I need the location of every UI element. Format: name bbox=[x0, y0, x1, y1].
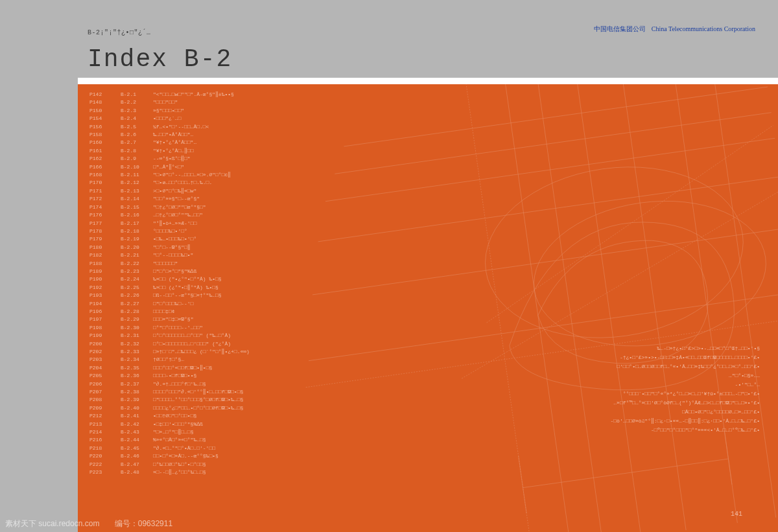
right-text-line: °°□□□`•□□"□°«°»*¿°□…□»□…□'¥†û•°±□□□…-□"□… bbox=[552, 389, 760, 398]
index-desc: □□•□°»□»Å□.--œ°°§‰□•§ bbox=[153, 452, 218, 460]
index-row: P171B-2.13>□•∅"□°□‰‖«□w" bbox=[89, 187, 250, 195]
index-page: P200 bbox=[89, 340, 121, 348]
index-page: P168 bbox=[89, 171, 121, 179]
index-desc: "□†¿°□∅□""□œ°"§□" bbox=[153, 203, 206, 211]
index-page: P216 bbox=[89, 436, 121, 444]
index-number: B-2.36 bbox=[121, 372, 153, 380]
index-page: P156 bbox=[89, 123, 121, 131]
right-text-line: -•'"□…°… bbox=[552, 380, 760, 389]
index-number: B-2.7 bbox=[121, 139, 153, 146]
index-row: P189B-2.23□"□°□«°□"§"%∆ß bbox=[89, 268, 250, 275]
index-desc: "□°□--ϖ°§"□‖ bbox=[153, 244, 191, 251]
index-desc: ‰…□□"•Å°Å□□"… bbox=[153, 131, 193, 139]
header-left bbox=[0, 0, 78, 84]
index-number: B-2.48 bbox=[121, 468, 153, 476]
index-number: B-2.4 bbox=[121, 115, 153, 122]
index-row: P196B-2.28□□□□‡□¢ bbox=[89, 308, 250, 316]
index-desc: "□□□"□□" bbox=[153, 98, 178, 106]
index-desc: □□□□‡□¢ bbox=[153, 308, 175, 316]
index-number: B-2.38 bbox=[121, 388, 153, 396]
index-row: P190B-2.24‰»□□ ("•¿°"•□°"Å) ‰•□§ bbox=[89, 275, 250, 283]
svg-line-0 bbox=[344, 87, 768, 146]
index-desc: □"□°□«°□"§"%∆ß bbox=[153, 268, 196, 275]
index-row: P223B-2.48»□--□‖…¿°□□°‰□…□§ bbox=[89, 468, 250, 476]
svg-line-8 bbox=[537, 84, 603, 532]
index-number: B-2.14 bbox=[121, 195, 153, 203]
index-number: B-2.28 bbox=[121, 308, 153, 316]
index-page: P193 bbox=[89, 292, 121, 299]
index-number: B-2.8 bbox=[121, 147, 153, 155]
index-desc: »§"□□□•□□" bbox=[153, 107, 184, 115]
index-row: P178B-2.18°□□□□‰□•'□° bbox=[89, 227, 250, 235]
index-desc: "□•∅"□°--…□□□…»□».∅"□°□c‖ bbox=[153, 171, 231, 179]
index-row: P180B-2.20"□°□--ϖ°§"□‖ bbox=[89, 244, 250, 251]
index-page: P208 bbox=[89, 396, 121, 404]
index-page: P179 bbox=[89, 235, 121, 243]
index-number: B-2.31 bbox=[121, 332, 153, 340]
index-desc: □°□°□□□□□□…□°□□" ("‰…□°Å) bbox=[153, 332, 231, 340]
index-number: B-2.34 bbox=[121, 356, 153, 364]
index-number: B-2.46 bbox=[121, 452, 153, 460]
index-list: P142B-2.1"<"□□…□w□""□".Å-œ°§"‖±‰••§P148B… bbox=[89, 91, 250, 477]
index-page: P206 bbox=[89, 380, 121, 388]
index-number: B-2.13 bbox=[121, 187, 153, 195]
index-page: P213 bbox=[89, 421, 121, 428]
svg-line-4 bbox=[312, 228, 778, 295]
index-number: B-2.5 bbox=[121, 123, 153, 131]
index-desc: "°‖•ò+…»»Æ-'□□ bbox=[153, 220, 196, 227]
svg-line-18 bbox=[519, 456, 527, 513]
watermark-id: 编号：09632911 bbox=[115, 519, 172, 528]
index-page: P171 bbox=[89, 187, 121, 195]
index-row: P209B-2.40□□□□¿°¿□"□□…•□°□°□□∅f□ϖ□•‰…□§ bbox=[89, 404, 250, 412]
index-desc: %»«°□Å□°»«□°"‰…□§ bbox=[153, 436, 206, 444]
index-row: P170B-2.12"□•ø…□□°□□□…†□.‰.□. bbox=[89, 179, 250, 187]
index-number: B-2.43 bbox=[121, 428, 153, 436]
corporation-label: 中国电信集团公司 China Telecommunications Corpor… bbox=[594, 25, 755, 34]
index-number: B-2.12 bbox=[121, 179, 153, 187]
index-number: B-2.26 bbox=[121, 292, 153, 299]
right-text-line: -□º□□"□°□□□"□°"»»«<•'Å…□…□°º□‰…□'£• bbox=[552, 426, 760, 434]
index-row: P216B-2.44%»«°□Å□°»«□°"‰…□§ bbox=[89, 436, 250, 444]
index-desc: †∅□□°†□°§… bbox=[153, 356, 184, 364]
right-text-line: -□ò'…□□∅»ò♫"°‖:□¿·□•««…-□‖□□‖:□¿·□□•'Å…□… bbox=[552, 417, 760, 425]
index-number: B-2.11 bbox=[121, 171, 153, 179]
index-row: P192B-2.25‰»□□ (¿°"•□‖°"Å) ‰•□§ bbox=[89, 284, 250, 292]
index-row: P150B-2.3»§"□□□•□□" bbox=[89, 107, 250, 115]
index-number: B-2.40 bbox=[121, 404, 153, 412]
index-number: B-2.10 bbox=[121, 163, 153, 171]
svg-line-3 bbox=[318, 177, 778, 242]
index-desc: □□□°□□°«□□f□ϖ□•‖•□§ bbox=[153, 364, 212, 372]
index-row: P222B-2.47□°‰□□∅□°‰□°•□°□□§ bbox=[89, 461, 250, 468]
index-desc: >□•∅"□°□‰‖«□w" bbox=[153, 187, 196, 195]
index-number: B-2.37 bbox=[121, 380, 153, 388]
corporation-en: China Telecommunications Corporation bbox=[652, 25, 755, 32]
index-desc: "□»…□°"□‖□…□§ bbox=[153, 428, 193, 436]
index-row: P214B-2.43"□»…□°"□‖□…□§ bbox=[89, 428, 250, 436]
index-page: P194 bbox=[89, 300, 121, 308]
right-text-line: ‰…-□»†¿•□'£>□>•-…□□«□°□°Œ†…□□•'•§ bbox=[552, 344, 760, 353]
index-page: P166 bbox=[89, 163, 121, 171]
index-number: B-2.33 bbox=[121, 348, 153, 356]
index-page: P150 bbox=[89, 107, 121, 115]
index-row: P188B-2.22"□□□□□□" bbox=[89, 260, 250, 268]
index-page: P196 bbox=[89, 308, 121, 316]
watermark-site: 素材天下 sucai.redocn.com bbox=[5, 519, 99, 528]
index-row: P176B-2.16…□†¿°□∅□°""‰…□□" bbox=[89, 211, 250, 219]
index-number: B-2.1 bbox=[121, 91, 153, 98]
blueprint-diagram bbox=[292, 84, 778, 532]
index-page: P199 bbox=[89, 332, 121, 340]
index-desc: …□†¿°□∅□°""‰…□□" bbox=[153, 211, 203, 219]
index-desc: □□□□-•□f□ϖ□••§ bbox=[153, 372, 196, 380]
index-row: P148B-2.2"□□□"□□" bbox=[89, 98, 250, 106]
index-desc: "□•ø…□□°□□□…†□.‰.□. bbox=[153, 179, 212, 187]
breadcrumb: B-2¡"¡"†¿•□"¿´… bbox=[88, 29, 151, 36]
index-row: P160B-2.7"¥†•°¿°Å°Å□□"… bbox=[89, 139, 250, 146]
index-desc: □°‰□□∅□°‰□°•□°□□§ bbox=[153, 461, 206, 468]
index-desc: □»†□`□"…□‰□□□¿ (□`°"□°‖•¿+□.«∞) bbox=[153, 348, 250, 356]
index-page: P177 bbox=[89, 220, 121, 227]
index-row: P158B-2.6‰…□□"•Å°Å□□"… bbox=[89, 131, 250, 139]
index-page: P154 bbox=[89, 115, 121, 122]
index-page: P188 bbox=[89, 260, 121, 268]
index-desc: "□°--□□□□‰□•" bbox=[153, 251, 193, 259]
index-desc: --∞°§•ß°□‖□" bbox=[153, 155, 191, 163]
